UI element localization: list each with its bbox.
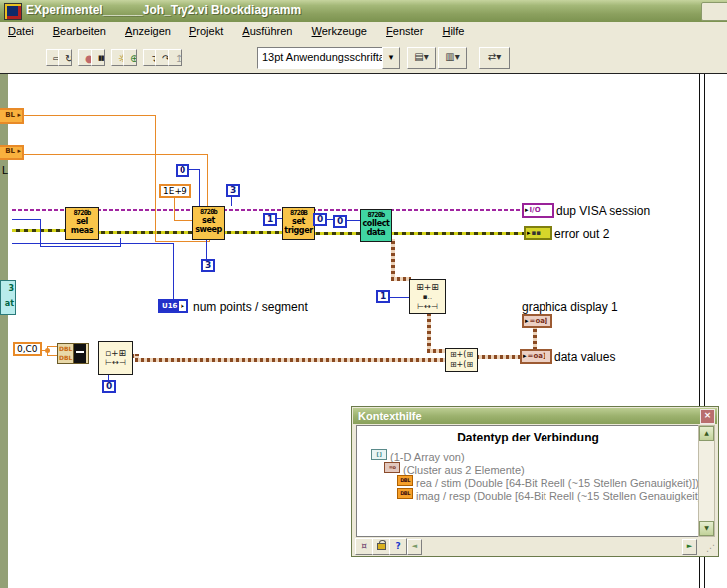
int-wire[interactable] xyxy=(387,297,410,298)
dbl-wire[interactable] xyxy=(207,154,208,207)
dbl-control-terminal-1[interactable]: BL ▸ xyxy=(0,108,24,124)
dbl-control-terminal-2[interactable]: BL ▸ xyxy=(0,145,24,160)
constant-3b[interactable]: 3 xyxy=(201,259,215,272)
dbl-wire[interactable] xyxy=(174,220,192,221)
node-header: 8720b xyxy=(193,208,224,216)
context-help-titlebar[interactable]: Kontexthilfe xyxy=(353,408,717,424)
error-wire[interactable] xyxy=(312,232,360,235)
visa-wire[interactable] xyxy=(12,209,65,211)
array-icon: ▫+⊞ xyxy=(105,348,126,358)
show-connector-button[interactable]: ¤ xyxy=(355,538,373,555)
cluster-array-wire[interactable] xyxy=(476,355,520,359)
node-line: collect xyxy=(361,219,391,228)
data-values-indicator[interactable]: ▸ =oa] xyxy=(520,349,552,364)
dbl-wire[interactable] xyxy=(174,198,175,221)
arrow-icon: ▸ xyxy=(527,230,531,237)
run-continuously-button[interactable]: ↻ xyxy=(58,49,72,66)
bundle-dbl-label: DBL xyxy=(59,354,72,362)
initialize-array-node[interactable]: ▫+⊞ ⊢↔⊣ xyxy=(98,341,133,375)
node-sel-meas[interactable]: 8720b sel meas xyxy=(65,207,99,240)
build-array-node[interactable]: ⊞+(⊞ ⊞+(⊞ xyxy=(445,348,478,372)
constant-0c[interactable]: 0 xyxy=(333,215,347,228)
font-selector[interactable]: 13pt Anwendungsschriftart xyxy=(257,47,387,69)
step-over-button[interactable]: ↷ xyxy=(155,49,169,66)
error-wire[interactable] xyxy=(12,229,65,232)
int-wire[interactable] xyxy=(40,246,121,247)
node-line: sweep xyxy=(193,225,224,234)
constant-1b[interactable]: 1 xyxy=(376,290,390,303)
nav-back-button[interactable]: ◄ xyxy=(407,539,422,555)
constant-0d[interactable]: 0 xyxy=(102,380,116,393)
graphica-display-indicator[interactable]: ▸ =oa] xyxy=(522,314,552,328)
node-collect-data[interactable]: 8720b collect data xyxy=(360,209,392,242)
int-wire[interactable] xyxy=(12,219,41,220)
constant-0b[interactable]: 0 xyxy=(313,213,327,226)
array-subset-node[interactable]: ⊞+⊞ ▪‥ ⊢↔⊣ xyxy=(409,279,446,314)
visa-wire[interactable] xyxy=(312,209,360,211)
constant-0[interactable]: 0 xyxy=(176,164,189,177)
menu-bearbeiten[interactable]: Bearbeiten xyxy=(45,22,114,42)
menu-hilfe[interactable]: Hilfe xyxy=(434,22,472,42)
detailed-help-button[interactable]: ? xyxy=(389,538,407,555)
constant-0c0[interactable]: 0,C0 xyxy=(13,342,42,356)
window-control-button[interactable] xyxy=(701,2,727,21)
node-set-sweep[interactable]: 8720b set sweep xyxy=(192,206,225,240)
array-icon: ⊞+(⊞ xyxy=(450,360,473,370)
distribute-objects-dropdown[interactable]: ▥▾ xyxy=(438,47,467,69)
error-out-2-indicator[interactable]: ▸ ▪▪ xyxy=(524,226,552,240)
cluster-array-wire[interactable] xyxy=(391,277,411,281)
cluster-array-wire[interactable] xyxy=(427,349,445,353)
abort-button[interactable]: ● xyxy=(78,49,92,66)
scroll-up-icon[interactable]: ▲ xyxy=(699,426,714,441)
menu-anzeigen[interactable]: Anzeigen xyxy=(117,22,179,42)
menu-werkzeuge[interactable]: Werkzeuge xyxy=(304,22,375,42)
dbl-wire[interactable] xyxy=(22,115,155,116)
int-wire[interactable] xyxy=(173,243,174,300)
error-wire[interactable] xyxy=(223,231,282,234)
close-icon[interactable]: × xyxy=(700,409,715,424)
pause-icon: ▮▮ xyxy=(98,54,104,62)
align-objects-dropdown[interactable]: ▤▾ xyxy=(407,47,436,69)
constant-3[interactable]: 3 xyxy=(226,184,240,197)
cluster-array-wire[interactable] xyxy=(391,239,395,280)
dbl-wire[interactable] xyxy=(155,115,156,242)
reorder-dropdown[interactable]: ⇄▾ xyxy=(479,47,510,69)
menu-ausfuehren[interactable]: Ausführen xyxy=(234,22,300,42)
menu-projekt[interactable]: Projekt xyxy=(182,22,231,42)
int-wire[interactable] xyxy=(231,197,232,206)
font-selector-dropdown[interactable]: ▾ xyxy=(382,47,400,69)
lock-help-button[interactable] xyxy=(372,538,390,555)
cluster-array-wire[interactable] xyxy=(135,358,445,362)
context-help-scrollbar[interactable]: ▲ ▼ xyxy=(698,425,715,537)
error-wire[interactable] xyxy=(390,232,524,235)
error-wire[interactable] xyxy=(97,231,192,234)
nav-forward-button[interactable]: ► xyxy=(682,539,697,555)
scroll-down-icon[interactable]: ▼ xyxy=(699,521,714,536)
u16-control-num-points[interactable]: U16 ▸ xyxy=(158,299,188,313)
retain-wire-values-button[interactable]: ⊕ xyxy=(123,49,137,66)
dbl-wire[interactable] xyxy=(22,154,207,155)
constant-1[interactable]: 1 xyxy=(263,213,277,226)
menu-bar: Datei Bearbeiten Anzeigen Projekt Ausfüh… xyxy=(0,22,727,43)
resize-grip[interactable]: ⋰ xyxy=(706,544,715,553)
step-out-button[interactable]: ↥ xyxy=(168,49,182,66)
visa-wire[interactable] xyxy=(223,209,282,211)
dbl-wire[interactable] xyxy=(155,241,210,242)
node-set-trigger[interactable]: 8720B set trigger xyxy=(282,207,315,240)
dup-visa-session-indicator[interactable]: ▸ I/O xyxy=(522,203,554,218)
cluster-array-wire[interactable] xyxy=(427,312,431,352)
visa-wire[interactable] xyxy=(390,209,522,211)
title-bar[interactable]: EXperimentel______Joh_Try2.vi Blockdiagr… xyxy=(0,0,727,22)
pause-button[interactable]: ▮▮ xyxy=(91,49,105,66)
constant-1e9[interactable]: 1E+9 xyxy=(159,184,191,198)
dbl-label: BL xyxy=(5,111,15,119)
string-terminal[interactable]: 3 at xyxy=(0,280,16,315)
cluster-array-wire[interactable] xyxy=(533,328,537,350)
int-wire[interactable] xyxy=(199,169,200,206)
menu-datei[interactable]: Datei xyxy=(0,22,42,42)
visa-wire[interactable] xyxy=(97,209,192,211)
menu-fenster[interactable]: Fenster xyxy=(378,22,431,42)
context-help-window[interactable]: Kontexthilfe × Datentyp der Verbindung [… xyxy=(351,406,719,557)
int-wire[interactable] xyxy=(12,243,174,244)
bundle-node[interactable]: DBL DBL xyxy=(57,343,89,364)
